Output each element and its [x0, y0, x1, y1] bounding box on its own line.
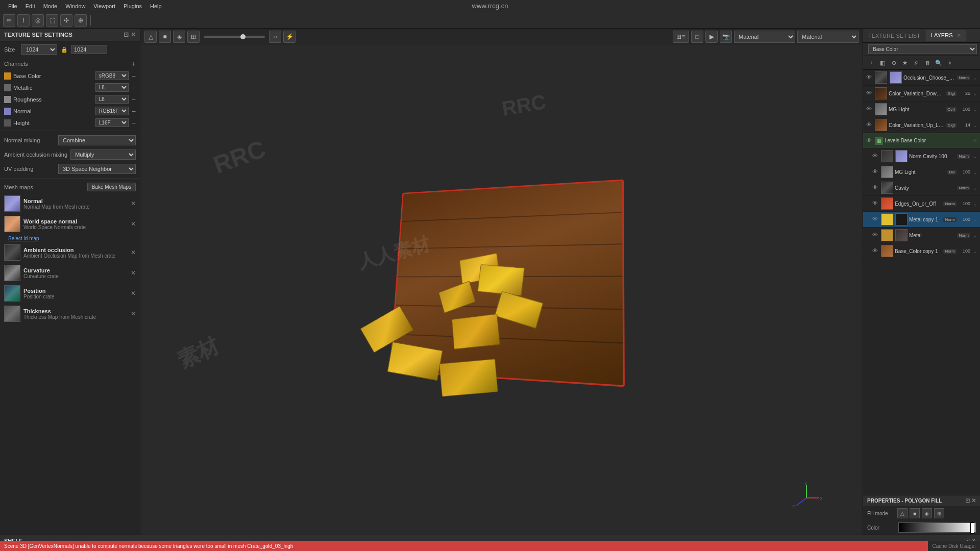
layer-item-color-var-up[interactable]: 👁 Color_Variation_Up_Lighting Slgt 14 ⌄ — [863, 117, 980, 133]
layer-close-levels[interactable]: ✕ — [973, 138, 977, 143]
normal-mixing-select[interactable]: Combine — [58, 135, 136, 145]
remove-position-map-btn[interactable]: ✕ — [131, 290, 136, 297]
add-mask-btn[interactable]: ⊕ — [889, 58, 899, 68]
add-layer-btn[interactable]: + — [866, 58, 876, 68]
viewport[interactable]: △ ■ ◈ ⊞ ○ ⚡ ⊞≡ □ ▶ 📷 Material Material — [140, 29, 863, 535]
ao-mixing-select[interactable]: Multiply — [70, 149, 136, 160]
menu-item-plugins[interactable]: Plugins — [119, 2, 146, 10]
layer-close-norm-cavity[interactable]: ⌄ — [973, 154, 977, 159]
paint-tool-btn[interactable]: ✏ — [3, 14, 15, 27]
move-tool-btn[interactable]: ✣ — [60, 14, 72, 27]
transform-tool-btn[interactable]: ⊕ — [75, 14, 87, 27]
vp-material-btn[interactable]: ◈ — [173, 31, 185, 43]
layer-visibility-edges[interactable]: 👁 — [872, 200, 879, 207]
layer-close-metal-copy[interactable]: ⌄ — [973, 217, 977, 222]
add-fill-layer-btn[interactable]: ◧ — [877, 58, 888, 68]
panel-expand-icon[interactable]: ⊡ — [124, 31, 129, 38]
select-id-map-btn[interactable]: Select id map — [4, 235, 43, 242]
layer-visibility-color-var-down[interactable]: 👁 — [866, 90, 873, 97]
layer-item-color-var-down[interactable]: 👁 Color_Variation_Down_Lighting Slgt 25 … — [863, 86, 980, 102]
remove-ao-map-btn[interactable]: ✕ — [131, 249, 136, 256]
layers-tab-close-btn[interactable]: ✕ — [957, 32, 961, 38]
menu-item-window[interactable]: Window — [61, 2, 89, 10]
vp-sphere-btn[interactable]: ○ — [269, 31, 281, 43]
remove-metallic-btn[interactable]: − — [132, 84, 136, 92]
fill-mode-triangle-btn[interactable]: △ — [897, 508, 908, 518]
menu-item-viewport[interactable]: Viewport — [89, 2, 119, 10]
remove-thickness-map-btn[interactable]: ✕ — [131, 310, 136, 317]
smudge-tool-btn[interactable]: ⌇ — [17, 14, 30, 27]
layer-item-base-color-copy[interactable]: 👁 Base_Color copy 1 Norm 100 ⌄ — [863, 243, 980, 259]
layer-item-edges[interactable]: 👁 Edges_On_or_Off Norm 100 ⌄ — [863, 196, 980, 212]
delete-layer-btn[interactable]: 🗑 — [922, 58, 933, 68]
vp-perspective-btn[interactable]: △ — [144, 31, 157, 43]
channel-filter-select[interactable]: Base Color — [868, 44, 977, 54]
vp-solid-btn[interactable]: ■ — [159, 31, 171, 43]
channel-format-roughness[interactable]: L8 — [95, 95, 129, 104]
layer-close-color-var-down[interactable]: ⌄ — [973, 91, 977, 96]
layer-visibility-metal-copy[interactable]: 👁 — [872, 216, 879, 223]
selection-tool-btn[interactable]: ⬚ — [46, 14, 58, 27]
layer-visibility-levels[interactable]: 👁 — [866, 137, 873, 144]
vp-render-btn[interactable]: ▶ — [705, 31, 718, 43]
layer-close-edges[interactable]: ⌄ — [973, 201, 977, 207]
layer-close-base-color-copy[interactable]: ⌄ — [973, 248, 977, 254]
layer-close-color-var-up[interactable]: ⌄ — [973, 122, 977, 128]
layer-item-norm-cavity[interactable]: 👁 Norm Cavity 100 Norm ⌄ — [863, 148, 980, 164]
channel-format-base-color[interactable]: sRGB8 — [95, 71, 129, 80]
layer-close-occlusion[interactable]: ⌄ — [973, 75, 977, 81]
panel-close-icon[interactable]: ✕ — [131, 31, 136, 38]
vp-grid-btn[interactable]: ⊞ — [187, 31, 200, 43]
layer-close-cavity[interactable]: ⌄ — [973, 185, 977, 191]
layer-item-metal[interactable]: 👁 Metal Norm ⌄ — [863, 228, 980, 243]
layer-visibility-mg-light-1[interactable]: 👁 — [866, 106, 873, 113]
uv-padding-select[interactable]: 3D Space Neighbor — [58, 164, 136, 174]
layer-visibility-cavity[interactable]: 👁 — [872, 184, 879, 191]
layer-close-mg-light-2[interactable]: ⌄ — [973, 169, 977, 175]
layer-visibility-color-var-up[interactable]: 👁 — [866, 121, 873, 129]
menu-item-mode[interactable]: Mode — [39, 2, 62, 10]
size-input-height[interactable] — [71, 45, 107, 54]
layer-item-occlusion[interactable]: 👁 Occlusion_Choose_Whateve... Norm ⌄ — [863, 70, 980, 86]
fill-mode-mesh-btn[interactable]: ◈ — [922, 508, 932, 518]
layer-item-levels-base-color[interactable]: 👁 ▦ Levels Base Color ✕ — [863, 133, 980, 148]
layer-close-mg-light-1[interactable]: ⌄ — [973, 107, 977, 112]
fill-mode-square-btn[interactable]: ■ — [910, 508, 920, 518]
clone-tool-btn[interactable]: ◎ — [32, 14, 44, 27]
layer-close-metal[interactable]: ⌄ — [973, 233, 977, 238]
fill-mode-grid-btn[interactable]: ⊞ — [934, 508, 944, 518]
vp-screenshot-btn[interactable]: 📷 — [720, 31, 732, 43]
channel-format-metallic[interactable]: L8 — [95, 83, 129, 92]
layer-visibility-base-color-copy[interactable]: 👁 — [872, 247, 879, 255]
lock-icon[interactable]: 🔒 — [61, 46, 68, 53]
vp-light-btn[interactable]: ⚡ — [283, 31, 296, 43]
size-select-width[interactable]: 10245122048 — [21, 44, 57, 55]
remove-height-btn[interactable]: − — [132, 119, 136, 127]
menu-item-file[interactable]: File — [4, 2, 21, 10]
menu-item-edit[interactable]: Edit — [21, 2, 39, 10]
search-layers-btn[interactable]: 🔍 — [934, 58, 944, 68]
properties-close-icon[interactable]: ✕ — [971, 497, 976, 504]
remove-roughness-btn[interactable]: − — [132, 95, 136, 104]
layer-visibility-norm-cavity[interactable]: 👁 — [872, 153, 879, 160]
vp-display-select[interactable]: Material — [797, 31, 859, 43]
add-effects-btn[interactable]: ★ — [900, 58, 910, 68]
vp-camera-btn[interactable]: □ — [691, 31, 703, 43]
layer-item-mg-light-1[interactable]: 👁 MG Light Ovrl 100 ⌄ — [863, 102, 980, 117]
properties-expand-icon[interactable]: ⊡ — [965, 497, 970, 504]
filter-layers-btn[interactable]: ⊧ — [945, 58, 955, 68]
channel-format-normal[interactable]: RGB16F — [95, 107, 129, 115]
duplicate-layer-btn[interactable]: ⎘ — [911, 58, 921, 68]
layer-item-metal-copy[interactable]: 👁 Metal copy 1 Norm 100 ⌄ — [863, 212, 980, 228]
layer-visibility-mg-light-2[interactable]: 👁 — [872, 168, 879, 176]
layer-visibility-metal[interactable]: 👁 — [872, 232, 879, 239]
layer-visibility-occlusion[interactable]: 👁 — [866, 74, 873, 81]
color-swatch[interactable] — [898, 522, 976, 533]
channel-format-height[interactable]: L16F — [95, 118, 129, 127]
remove-normal-map-btn[interactable]: ✕ — [131, 200, 136, 207]
vp-info-btn[interactable]: ⊞≡ — [673, 31, 689, 43]
remove-worldspace-map-btn[interactable]: ✕ — [131, 220, 136, 228]
add-channel-btn[interactable]: + — [132, 60, 136, 68]
layers-tab[interactable]: LAYERS ✕ — [926, 30, 967, 41]
layer-item-cavity[interactable]: 👁 Cavity Norm ⌄ — [863, 180, 980, 196]
